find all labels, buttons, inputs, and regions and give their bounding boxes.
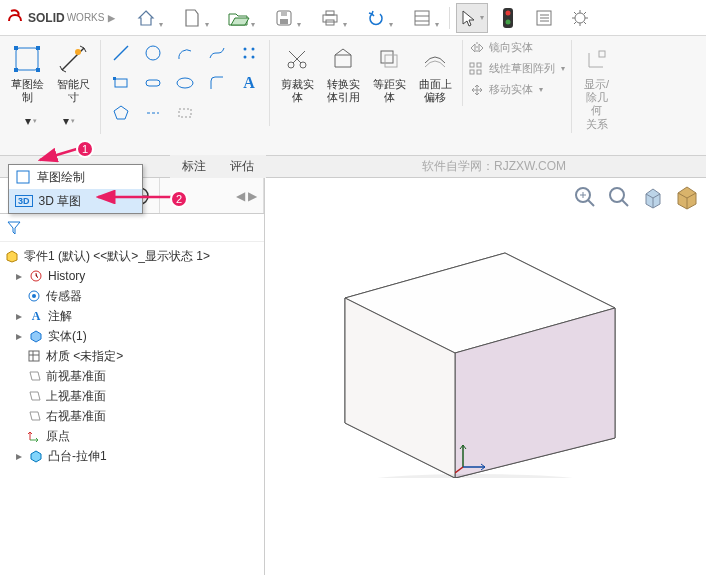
plane-icon — [26, 368, 42, 384]
text-tool[interactable]: A — [235, 70, 263, 96]
tree-root[interactable]: 零件1 (默认) <<默认>_显示状态 1> — [4, 246, 260, 266]
surface-offset-button[interactable]: 曲面上 偏移 — [414, 40, 456, 106]
svg-rect-36 — [179, 109, 191, 117]
tree-front-label: 前视基准面 — [46, 368, 106, 385]
relations-icon — [580, 42, 614, 76]
undo-button[interactable] — [355, 3, 397, 33]
tree-front-plane[interactable]: 前视基准面 — [4, 366, 260, 386]
display-style-icon[interactable] — [674, 184, 700, 213]
watermark-text: 软件自学网：RJZXW.COM — [422, 158, 566, 175]
ds-logo — [6, 7, 24, 29]
svg-point-26 — [244, 48, 247, 51]
relations-label: 显示/ 除几何 关系 — [582, 78, 611, 131]
pattern-button[interactable]: 线性草图阵列▾ — [469, 61, 565, 76]
transform-group: 镜向实体 线性草图阵列▾ 移动实体▾ — [469, 40, 565, 97]
ellipse-tool[interactable] — [171, 70, 199, 96]
convert-button[interactable]: 转换实 体引用 — [322, 40, 364, 106]
svg-point-16 — [575, 13, 585, 23]
tree-origin-label: 原点 — [46, 428, 70, 445]
save-button[interactable] — [263, 3, 305, 33]
show-relations-button[interactable]: 显示/ 除几何 关系 — [571, 40, 613, 133]
tree-root-label: 零件1 (默认) <<默认>_显示状态 1> — [24, 248, 210, 265]
sketch-2d-icon — [15, 169, 31, 185]
centerline-tool[interactable] — [139, 100, 167, 126]
svg-rect-44 — [470, 63, 474, 67]
arc-tool[interactable] — [171, 40, 199, 66]
chevron-down-icon[interactable]: ▶ — [108, 13, 115, 23]
dropdown-2[interactable]: ▾ — [55, 108, 83, 134]
dropdown-1[interactable]: ▾ — [17, 108, 45, 134]
tree-solid[interactable]: ▸ 实体(1) — [4, 326, 260, 346]
tree-history[interactable]: ▸ History — [4, 266, 260, 286]
filter-bar[interactable] — [0, 214, 264, 242]
sketch-button[interactable]: 草图绘 制 — [6, 40, 48, 106]
construction-tool[interactable] — [171, 100, 199, 126]
convert-label: 转换实 体引用 — [327, 78, 360, 104]
tab-annotate[interactable]: 标注 — [170, 155, 218, 178]
expand-icon[interactable]: ▸ — [14, 269, 24, 283]
feature-manager-panel: ◀ ▶ 零件1 (默认) <<默认>_显示状态 1> ▸ History 传感器… — [0, 178, 265, 575]
smart-dimension-button[interactable]: 智能尺 寸 — [52, 40, 94, 106]
slot-tool[interactable] — [139, 70, 167, 96]
expand-icon[interactable]: ▸ — [14, 329, 24, 343]
print-button[interactable] — [309, 3, 351, 33]
offset-button[interactable]: 等距实 体 — [368, 40, 410, 106]
svg-rect-32 — [146, 80, 160, 86]
tree-origin[interactable]: 原点 — [4, 426, 260, 446]
menu-item-sketch[interactable]: 草图绘制 — [9, 165, 142, 189]
svg-rect-20 — [14, 68, 18, 72]
app-name-2: WORKS — [67, 12, 105, 23]
history-icon — [28, 268, 44, 284]
smart-dimension-label: 智能尺 寸 — [57, 78, 90, 104]
tree-right-plane[interactable]: 右视基准面 — [4, 406, 260, 426]
tree-extrude-label: 凸台-拉伸1 — [48, 448, 107, 465]
svg-rect-19 — [36, 46, 40, 50]
svg-point-33 — [177, 78, 193, 88]
expand-icon[interactable]: ▸ — [14, 309, 24, 323]
new-button[interactable] — [171, 3, 213, 33]
rectangle-tool[interactable] — [107, 70, 135, 96]
svg-rect-51 — [17, 171, 29, 183]
trim-button[interactable]: 剪裁实 体 — [276, 40, 318, 106]
point-tool[interactable] — [235, 40, 263, 66]
fillet-tool[interactable] — [203, 70, 231, 96]
plane-icon — [26, 408, 42, 424]
separator — [449, 7, 450, 29]
home-button[interactable] — [125, 3, 167, 33]
settings-button[interactable] — [564, 3, 596, 33]
svg-point-74 — [610, 188, 624, 202]
spline-tool[interactable] — [203, 40, 231, 66]
tree-extrude[interactable]: ▸ 凸台-拉伸1 — [4, 446, 260, 466]
graphics-viewport[interactable] — [265, 178, 706, 575]
circle-tool[interactable] — [139, 40, 167, 66]
sketch-label: 草图绘 制 — [11, 78, 44, 104]
polygon-tool[interactable] — [107, 100, 135, 126]
tree-top-plane[interactable]: 上视基准面 — [4, 386, 260, 406]
svg-point-28 — [244, 56, 247, 59]
list-button[interactable] — [528, 3, 560, 33]
svg-rect-17 — [16, 48, 38, 70]
traffic-light-icon[interactable] — [492, 3, 524, 33]
tree-sensors[interactable]: 传感器 — [4, 286, 260, 306]
cursor-button[interactable]: ▾ — [456, 3, 488, 33]
line-tool[interactable] — [107, 40, 135, 66]
origin-icon — [26, 428, 42, 444]
expand-icon[interactable]: ▸ — [14, 449, 24, 463]
tree-material[interactable]: 材质 <未指定> — [4, 346, 260, 366]
svg-rect-46 — [470, 70, 474, 74]
funnel-icon — [6, 220, 22, 236]
move-button[interactable]: 移动实体▾ — [469, 82, 565, 97]
svg-line-75 — [622, 200, 628, 206]
svg-rect-1 — [280, 19, 288, 24]
mirror-button[interactable]: 镜向实体 — [469, 40, 565, 55]
sketch-icon — [10, 42, 44, 76]
open-button[interactable] — [217, 3, 259, 33]
svg-rect-2 — [281, 12, 287, 16]
annotation-badge-1: 1 — [76, 140, 94, 158]
options-button[interactable] — [401, 3, 443, 33]
convert-icon — [326, 42, 360, 76]
top-menubar: SOLIDWORKS ▶ ▾ — [0, 0, 706, 36]
tree-annotations[interactable]: ▸ A 注解 — [4, 306, 260, 326]
tab-evaluate[interactable]: 评估 — [218, 155, 266, 178]
feature-tree: 零件1 (默认) <<默认>_显示状态 1> ▸ History 传感器 ▸ A… — [0, 242, 264, 575]
